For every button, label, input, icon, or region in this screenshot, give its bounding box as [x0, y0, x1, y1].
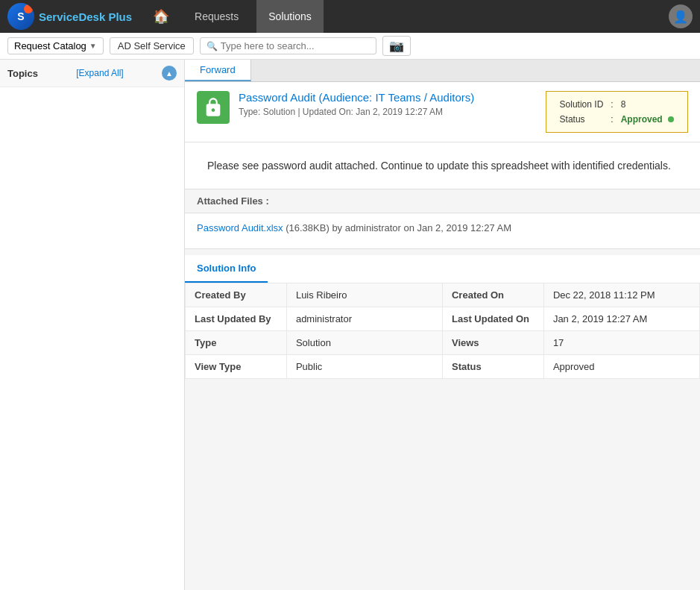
- content-area: Forward Password Audit (Audience: IT Tea…: [185, 60, 700, 590]
- solution-body-text: Please see password audit attached. Cont…: [207, 157, 678, 174]
- forward-bar: Forward: [185, 60, 700, 82]
- solution-meta: Type: Solution | Updated On: Jan 2, 2019…: [239, 107, 474, 117]
- user-icon[interactable]: 👤: [669, 4, 693, 28]
- request-catalog-dropdown[interactable]: Request Catalog ▼: [7, 37, 104, 54]
- info-value-col1: Solution: [286, 331, 442, 355]
- sidebar-title: Topics: [7, 68, 38, 79]
- file-on-word: on: [401, 222, 417, 233]
- info-label-col2: Views: [442, 331, 543, 355]
- info-value-col1: Luis Ribeiro: [286, 283, 442, 307]
- info-table-row: View Type Public Status Approved: [186, 355, 700, 379]
- home-button[interactable]: 🏠: [145, 4, 177, 29]
- info-value-col2: Approved: [543, 355, 699, 379]
- status-dot-icon: [668, 116, 674, 122]
- nav-tab-requests[interactable]: Requests: [183, 0, 250, 33]
- info-table-row: Last Updated By administrator Last Updat…: [186, 307, 700, 331]
- info-table-row: Created By Luis Ribeiro Created On Dec 2…: [186, 283, 700, 307]
- attached-files-label: Attached Files :: [185, 189, 700, 213]
- nav-tab-solutions[interactable]: Solutions: [256, 0, 324, 33]
- info-label-col2: Created On: [442, 283, 543, 307]
- sidebar: Topics [Expand All] ▲: [0, 60, 185, 590]
- solution-info-section: Solution Info Created By Luis Ribeiro Cr…: [185, 255, 700, 379]
- solution-type: Type: Solution: [239, 107, 295, 117]
- status-row: Status : Approved: [557, 113, 677, 126]
- file-date: Jan 2, 2019 12:27 AM: [417, 222, 511, 233]
- solution-card: Password Audit (Audience: IT Teams / Aud…: [185, 82, 700, 142]
- info-label-col1: Last Updated By: [186, 307, 287, 331]
- info-table-row: Type Solution Views 17: [186, 331, 700, 355]
- info-value-col1: administrator: [286, 307, 442, 331]
- info-value-col2: Jan 2, 2019 12:27 AM: [543, 307, 699, 331]
- dropdown-arrow-icon: ▼: [89, 42, 97, 50]
- info-label-col1: Type: [186, 331, 287, 355]
- sidebar-expand-all[interactable]: [Expand All]: [76, 68, 123, 78]
- brand-name-part1: ServiceDesk: [39, 10, 105, 23]
- sidebar-header: Topics [Expand All] ▲: [0, 60, 184, 87]
- info-value-col2: 17: [543, 331, 699, 355]
- solution-info-tab[interactable]: Solution Info: [185, 255, 268, 283]
- info-label-col1: View Type: [186, 355, 287, 379]
- forward-tab[interactable]: Forward: [185, 60, 251, 81]
- solution-info-table: Created By Luis Ribeiro Created On Dec 2…: [185, 283, 700, 379]
- status-id-value: 8: [618, 98, 677, 111]
- status-id-row: Solution ID : 8: [557, 98, 677, 111]
- solution-title[interactable]: Password Audit (Audience: IT Teams / Aud…: [239, 91, 474, 104]
- brand-logo-area: S ServiceDesk Plus: [7, 3, 132, 30]
- status-label: Status: [557, 113, 607, 126]
- lock-icon: [203, 97, 224, 118]
- brand-name-part2: Plus: [105, 10, 132, 23]
- info-label-col2: Last Updated On: [442, 307, 543, 331]
- solution-body: Please see password audit attached. Cont…: [185, 142, 700, 189]
- file-size: (16.38KB): [283, 222, 332, 233]
- info-value-col2: Dec 22, 2018 11:12 PM: [543, 283, 699, 307]
- main-layout: Topics [Expand All] ▲ Forward Password: [0, 60, 700, 590]
- brand-name: ServiceDesk Plus: [39, 10, 132, 23]
- info-label-col1: Created By: [186, 283, 287, 307]
- solution-status-box: Solution ID : 8 Status : Approved: [546, 91, 688, 133]
- sub-nav: Request Catalog ▼ AD Self Service 🔍 📷: [0, 33, 700, 60]
- solution-title-block: Password Audit (Audience: IT Teams / Aud…: [239, 91, 474, 117]
- status-approved-text: Approved: [621, 114, 663, 125]
- file-link[interactable]: Password Audit.xlsx: [197, 222, 283, 233]
- solution-icon-title: Password Audit (Audience: IT Teams / Aud…: [197, 91, 474, 124]
- file-uploader: administrator: [345, 222, 401, 233]
- ad-self-service-button[interactable]: AD Self Service: [110, 37, 194, 54]
- status-value: Approved: [618, 113, 677, 126]
- solution-updated-on: Updated On: Jan 2, 2019 12:27 AM: [303, 107, 443, 117]
- sidebar-collapse-button[interactable]: ▲: [162, 66, 177, 81]
- brand-logo-icon: S: [7, 3, 34, 30]
- status-table: Solution ID : 8 Status : Approved: [555, 96, 678, 128]
- search-box: 🔍: [200, 37, 376, 54]
- status-id-label: Solution ID: [557, 98, 607, 111]
- top-nav: S ServiceDesk Plus 🏠 Requests Solutions …: [0, 0, 700, 33]
- search-input[interactable]: [221, 40, 370, 51]
- file-by-word: by: [332, 222, 344, 233]
- status-id-colon: :: [608, 98, 616, 111]
- camera-button[interactable]: 📷: [382, 36, 411, 56]
- info-label-col2: Status: [442, 355, 543, 379]
- file-link-row: Password Audit.xlsx (16.38KB) by adminis…: [185, 213, 700, 249]
- search-icon: 🔍: [206, 41, 218, 51]
- status-colon: :: [608, 113, 616, 126]
- solution-header: Password Audit (Audience: IT Teams / Aud…: [197, 91, 688, 133]
- solution-icon: [197, 91, 230, 124]
- info-value-col1: Public: [286, 355, 442, 379]
- request-catalog-label: Request Catalog: [14, 40, 86, 51]
